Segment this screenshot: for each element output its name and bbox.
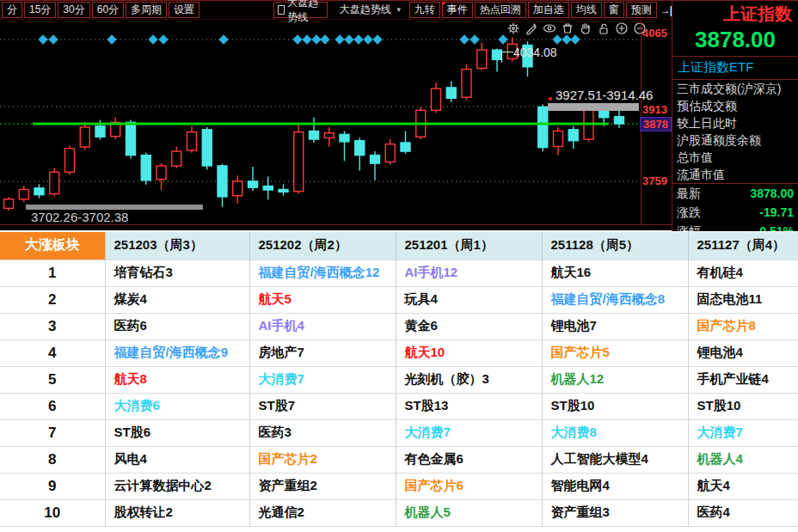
etf-link[interactable]: 上证指数ETF (672, 57, 798, 80)
axis-label-lower: 3759 (642, 174, 667, 187)
sector-cell[interactable]: 医药4 (688, 499, 798, 526)
gear-icon[interactable] (506, 21, 521, 36)
sector-cell[interactable]: 福建自贸/海西概念12 (249, 260, 396, 286)
sector-cell[interactable]: 机器人12 (542, 366, 688, 393)
pen-icon[interactable] (524, 21, 539, 36)
hand-icon[interactable] (578, 21, 593, 36)
sector-cell[interactable]: 锂电池4 (688, 339, 798, 366)
action-button-4[interactable]: 均线 (571, 2, 602, 18)
action-button-3[interactable]: 加自选 (528, 2, 569, 18)
sector-cell[interactable]: 大消费6 (105, 393, 249, 419)
sector-cell[interactable]: 股权转让2 (105, 499, 249, 526)
collapse-panel-icon[interactable]: →| (660, 4, 672, 16)
chart-tool-icons (506, 21, 648, 36)
period-button-2[interactable]: 30分 (58, 2, 89, 18)
sector-cell[interactable]: 智能电网4 (542, 473, 688, 499)
sector-cell[interactable]: 医药6 (105, 313, 249, 339)
rank-cell: 6 (0, 393, 105, 419)
sector-cell[interactable]: AI手机4 (249, 313, 396, 339)
trend-line-dropdown[interactable]: 大盘趋势线 ▼ (335, 3, 408, 17)
period-button-3[interactable]: 60分 (92, 2, 124, 18)
sector-cell[interactable]: ST股10 (542, 393, 688, 419)
column-header-date-5[interactable]: 251127（周4） (688, 232, 798, 260)
column-header-date-3[interactable]: 251201（周1） (396, 232, 542, 260)
sector-cell[interactable]: 国产芯片5 (542, 339, 688, 366)
sector-cell[interactable]: 国产芯片8 (688, 313, 798, 339)
sector-cell[interactable]: 有机硅4 (688, 260, 798, 286)
sector-cell[interactable]: ST股6 (105, 419, 249, 446)
sector-cell[interactable]: 航天10 (396, 339, 542, 366)
column-header-date-1[interactable]: 251203（周3） (105, 232, 249, 260)
action-button-0[interactable]: 九转 (409, 2, 440, 18)
sector-cell[interactable]: ST股10 (688, 393, 798, 419)
sector-cell[interactable]: 黄金6 (396, 313, 542, 339)
sector-cell[interactable]: 培育钻石3 (105, 260, 249, 286)
quote-value: 3878.00 (750, 184, 794, 203)
info-row-2: 较上日此时 (677, 114, 794, 131)
sector-cell[interactable]: 光刻机（胶）3 (396, 366, 542, 393)
upper-gap-bar (548, 103, 639, 111)
sector-cell[interactable]: 航天16 (542, 260, 688, 286)
sector-cell[interactable]: 大消费8 (542, 419, 688, 446)
table-row: 2煤炭4航天5玩具4福建自贸/海西概念8固态电池11 (0, 286, 798, 313)
sector-cell[interactable]: 机器人5 (396, 499, 542, 526)
sector-cell[interactable]: 固态电池11 (688, 286, 798, 313)
checkbox-icon[interactable] (278, 5, 285, 15)
period-button-0[interactable]: 分 (2, 2, 22, 18)
sector-cell[interactable]: ST股13 (396, 393, 542, 419)
quote-value: -0.51% (756, 222, 794, 231)
sector-cell[interactable]: 医药3 (249, 419, 396, 446)
sector-cell[interactable]: 光通信2 (249, 499, 396, 526)
signal-diamond-icon (158, 34, 168, 44)
sector-cell[interactable]: 有色金属6 (396, 446, 542, 473)
sector-cell[interactable]: 航天5 (249, 286, 396, 313)
period-button-4[interactable]: 多周期 (126, 2, 167, 18)
sector-cell[interactable]: 大消费7 (688, 419, 798, 446)
sector-cell[interactable]: 手机产业链4 (688, 366, 798, 393)
table-row: 1培育钻石3福建自贸/海西概念12AI手机12航天16有机硅4 (0, 260, 798, 286)
table-row: 7ST股6医药3大消费7大消费8大消费7 (0, 419, 798, 446)
trash-icon[interactable] (560, 21, 575, 36)
sector-cell[interactable]: 国产芯片6 (396, 473, 542, 499)
sector-cell[interactable]: 大消费7 (396, 419, 542, 446)
info-row-5: 流通市值 (677, 166, 794, 183)
column-header-date-2[interactable]: 251202（周2） (249, 232, 396, 260)
period-button-5[interactable]: 设置 (169, 2, 200, 18)
sector-cell[interactable]: 人工智能大模型4 (542, 446, 688, 473)
sector-cell[interactable]: 玩具4 (396, 286, 542, 313)
unlock-icon[interactable] (596, 21, 611, 36)
sector-cell[interactable]: 机器人4 (688, 446, 798, 473)
column-header-date-4[interactable]: 251128（周5） (542, 232, 688, 260)
index-name: 上证指数 (677, 1, 794, 26)
sector-cell[interactable]: AI手机12 (396, 260, 542, 286)
sector-cell[interactable]: 福建自贸/海西概念9 (105, 339, 249, 366)
sector-cell[interactable]: 航天8 (105, 366, 249, 393)
sector-cell[interactable]: 房地产7 (249, 339, 396, 366)
sector-cell[interactable]: 锂电池7 (542, 313, 688, 339)
sector-cell[interactable]: 国产芯片2 (249, 446, 396, 473)
sector-cell[interactable]: 风电4 (105, 446, 249, 473)
sector-cell[interactable]: 航天4 (688, 473, 798, 499)
action-button-6[interactable]: 预测 (626, 2, 657, 18)
sector-cell[interactable]: 大消费7 (249, 366, 396, 393)
sector-cell[interactable]: 煤炭4 (105, 286, 249, 313)
action-button-5[interactable]: 窗 (604, 2, 624, 18)
trend-line-checkbox[interactable]: 大盘趋势线 (273, 2, 328, 18)
sector-cell[interactable]: 资产重组2 (249, 473, 396, 499)
sector-cell[interactable]: ST股7 (249, 393, 396, 419)
quote-row-0: 最新3878.00 (677, 184, 794, 203)
table-row: 6大消费6ST股7ST股13ST股10ST股10 (0, 393, 798, 419)
action-button-2[interactable]: 热点回溯 (475, 2, 526, 18)
quote-label: 涨跌 (677, 203, 701, 222)
action-button-1[interactable]: 事件 (442, 2, 473, 18)
zoom-in-icon[interactable] (614, 21, 629, 36)
eye-icon[interactable] (542, 21, 557, 36)
sector-cell[interactable]: 福建自贸/海西概念8 (542, 286, 688, 313)
sector-cell[interactable]: 云计算数据中心2 (105, 473, 249, 499)
period-button-1[interactable]: 15分 (24, 2, 56, 18)
table-row: 5航天8大消费7光刻机（胶）3机器人12手机产业链4 (0, 366, 798, 393)
sector-ranking-table: 大涨板块 251203（周3） 251202（周2） 251201（周1） 25… (0, 232, 798, 532)
sector-cell[interactable]: 资产重组3 (542, 499, 688, 526)
quote-list: 最新3878.00涨跌-19.71涨幅-0.51% (677, 184, 794, 231)
market-info-list: 三市成交额(沪深京)预估成交额较上日此时沪股通额度余额总市值流通市值 (677, 80, 794, 183)
